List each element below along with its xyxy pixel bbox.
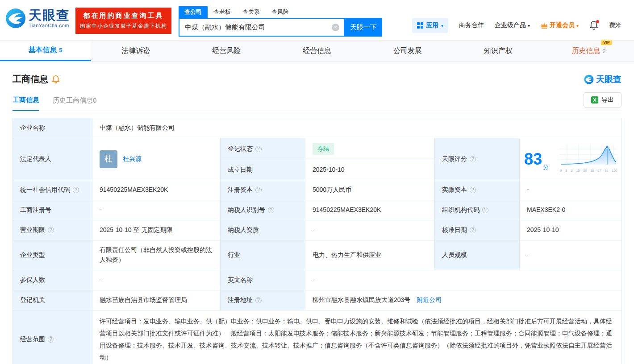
watermark-label: 天眼查 <box>596 74 621 85</box>
value-org-code: MAEX3EK2-0 <box>520 200 622 220</box>
value-reg-status: 存续 <box>305 138 435 160</box>
search-tab-relation[interactable]: 查关系 <box>237 6 266 18</box>
score-chart: 0 1 3 15 50 86 97 99 100 <box>560 145 617 174</box>
search-input[interactable] <box>179 24 332 31</box>
value-company-name: 中煤（融水）储能有限公司 <box>92 118 622 138</box>
legal-rep-avatar[interactable]: 杜 <box>100 150 117 168</box>
label-reg-no: 工商注册号 <box>13 200 92 220</box>
clear-search-icon[interactable]: × <box>332 24 339 31</box>
value-staff-size: - <box>520 240 622 270</box>
promo-line2: 国家中小企业发展子基金旗下机构 <box>80 22 167 30</box>
label-taxpayer-quality: 纳税人资质 <box>221 220 305 240</box>
export-button[interactable]: 导出 <box>584 92 621 108</box>
value-credit-code: 91450225MAEX3EK20K <box>92 180 221 200</box>
menu-user-account[interactable]: 费米 <box>609 21 621 29</box>
apps-label: 应用 <box>426 21 438 29</box>
subtab-history-business-registration[interactable]: 历史工商信息0 <box>53 96 96 111</box>
help-icon[interactable]: ? <box>48 227 54 233</box>
tab-business-risk[interactable]: 经营风险 <box>181 41 272 61</box>
business-info-table: 企业名称 中煤（融水）储能有限公司 法定代表人 杜 杜兴源 登记状态? 存续 天… <box>13 118 622 364</box>
tianyancha-eye-icon <box>584 74 594 84</box>
label-staff-size: 人员规模 <box>435 240 520 270</box>
label-address: 注册地址? <box>221 290 305 310</box>
tab-history-info[interactable]: VIP 历史信息 2 <box>543 41 634 61</box>
label-scope: 经营范围? <box>13 310 92 364</box>
notification-dot <box>596 20 599 23</box>
section-title: 工商信息 <box>13 73 48 85</box>
label-authority: 登记机关 <box>13 290 92 310</box>
tianyancha-logo[interactable]: 天眼查 TianYanCha.com <box>5 8 70 29</box>
value-authority: 融水苗族自治县市场监督管理局 <box>92 290 221 310</box>
tab-company-development[interactable]: 公司发展 <box>362 41 453 61</box>
label-approve-date: 核准日期? <box>435 220 520 240</box>
label-english-name: 英文名称 <box>221 270 305 290</box>
label-company-type: 企业类型 <box>13 240 92 270</box>
help-icon[interactable]: ? <box>255 297 262 303</box>
value-taxpayer-quality: - <box>305 220 435 240</box>
value-reg-no: - <box>92 200 221 220</box>
export-label: 导出 <box>601 96 614 104</box>
apps-menu-button[interactable]: 应用 ▾ <box>412 18 448 33</box>
help-icon[interactable]: ? <box>470 187 476 193</box>
tab-business-info[interactable]: 经营信息 <box>272 41 363 61</box>
tab-intellectual-property[interactable]: 知识产权 <box>453 41 543 61</box>
search-button[interactable]: 天眼一下 <box>345 18 382 37</box>
tab-legal-proceedings[interactable]: 法律诉讼 <box>91 41 181 61</box>
logo-title: 天眼查 <box>29 9 70 22</box>
help-icon[interactable]: ? <box>482 207 488 213</box>
search-box: × <box>179 18 345 37</box>
row-company-name: 企业名称 中煤（融水）储能有限公司 <box>13 118 622 138</box>
subtab-business-registration[interactable]: 工商信息 <box>13 96 39 111</box>
row-authority: 登记机关 融水苗族自治县市场监督管理局 注册地址? 柳州市融水县融水镇民族大道2… <box>13 290 622 310</box>
label-credit-code: 统一社会信用代码? <box>13 180 92 200</box>
promo-banner: 都在用的商业查询工具 国家中小企业发展子基金旗下机构 <box>75 8 171 34</box>
tianyancha-watermark: 天眼查 <box>584 74 621 85</box>
menu-open-vip[interactable]: 开通会员 ▾ <box>541 21 579 29</box>
header-menu: 应用 ▾ 商务合作 企业级产品 ▾ 开通会员 ▾ 费米 <box>412 18 621 33</box>
label-reg-status: 登记状态? <box>221 138 305 160</box>
orange-bell-icon <box>52 75 60 84</box>
label-industry: 行业 <box>221 240 305 270</box>
chevron-down-icon: ▾ <box>528 23 530 28</box>
search-tab-risk[interactable]: 查风险 <box>266 6 295 18</box>
help-icon[interactable]: ? <box>48 336 54 343</box>
tab-basic-info[interactable]: 基本信息 5 <box>0 41 91 61</box>
help-icon[interactable]: ? <box>470 227 476 233</box>
value-industry: 电力、热力生产和供应业 <box>305 240 435 270</box>
row-reg-no: 工商注册号 - 纳税人识别号? 91450225MAEX3EK20K 组织机构代… <box>13 200 622 220</box>
search-tab-boss[interactable]: 查老板 <box>208 6 237 18</box>
row-term: 营业期限? 2025-10-10 至 无固定期限 纳税人资质 - 核准日期? 2… <box>13 220 622 240</box>
row-insured: 参保人数 - 英文名称 - <box>13 270 622 290</box>
value-score: 83 分 <box>520 138 622 180</box>
score-number: 83 <box>524 151 542 167</box>
help-icon[interactable]: ? <box>470 156 476 162</box>
help-icon[interactable]: ? <box>255 187 262 193</box>
score-axis-labels: 0 1 3 15 50 86 97 99 100 <box>560 169 617 174</box>
notifications-bell-button[interactable] <box>589 21 598 32</box>
value-address: 柳州市融水县融水镇民族大道203号 附近公司 <box>305 290 622 310</box>
search-tab-company[interactable]: 查公司 <box>179 6 208 18</box>
legal-rep-link[interactable]: 杜兴源 <box>123 154 142 164</box>
subscribe-bell-button[interactable] <box>52 75 60 84</box>
value-paid-capital: - <box>520 180 622 200</box>
chevron-down-icon: ▾ <box>576 23 579 28</box>
menu-business-cooperation[interactable]: 商务合作 <box>459 21 484 29</box>
value-scope: 许可经营项目：发电业务、输电业务、供（配）电业务；供电业务；输电、供电、受电电力… <box>92 310 622 364</box>
help-icon[interactable]: ? <box>73 187 79 193</box>
label-org-code: 组织机构代码? <box>435 200 520 220</box>
value-term: 2025-10-10 至 无固定期限 <box>92 220 221 240</box>
help-icon[interactable]: ? <box>268 207 274 213</box>
site-header: 天眼查 TianYanCha.com 都在用的商业查询工具 国家中小企业发展子基… <box>0 0 634 40</box>
value-legal-rep: 杜 杜兴源 <box>92 138 221 180</box>
tab-count: 2 <box>602 48 605 54</box>
search-block: 查公司 查老板 查关系 查风险 × 天眼一下 <box>179 6 382 37</box>
menu-enterprise-products[interactable]: 企业级产品 ▾ <box>495 21 530 29</box>
vip-badge: VIP <box>601 40 612 45</box>
tianyancha-eye-icon <box>5 8 26 29</box>
value-approve-date: 2025-10-10 <box>520 220 622 240</box>
nearby-companies-link[interactable]: 附近公司 <box>417 296 442 303</box>
crown-icon <box>541 22 548 29</box>
help-icon[interactable]: ? <box>255 146 262 152</box>
logo-domain: TianYanCha.com <box>29 23 70 28</box>
label-legal-rep: 法定代表人 <box>13 138 92 180</box>
